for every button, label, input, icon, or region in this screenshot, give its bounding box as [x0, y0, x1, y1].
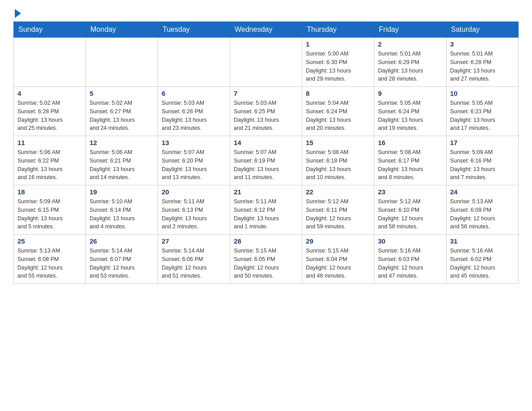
calendar-cell: 2Sunrise: 5:01 AM Sunset: 6:29 PM Daylig…: [374, 38, 446, 87]
day-info: Sunrise: 5:07 AM Sunset: 6:19 PM Dayligh…: [234, 148, 298, 182]
day-info: Sunrise: 5:13 AM Sunset: 6:08 PM Dayligh…: [17, 247, 82, 280]
day-number: 26: [90, 237, 154, 245]
weekday-header-thursday: Thursday: [302, 22, 374, 38]
day-number: 31: [450, 237, 515, 245]
day-number: 9: [378, 90, 442, 97]
day-number: 1: [306, 40, 370, 48]
day-info: Sunrise: 5:08 AM Sunset: 6:18 PM Dayligh…: [306, 148, 370, 182]
day-number: 25: [17, 237, 82, 245]
calendar-cell: [86, 38, 158, 87]
calendar-cell: 21Sunrise: 5:11 AM Sunset: 6:12 PM Dayli…: [230, 185, 302, 235]
day-info: Sunrise: 5:15 AM Sunset: 6:05 PM Dayligh…: [234, 247, 298, 280]
day-info: Sunrise: 5:16 AM Sunset: 6:03 PM Dayligh…: [378, 247, 442, 280]
weekday-header-saturday: Saturday: [446, 22, 519, 38]
week-row-2: 4Sunrise: 5:02 AM Sunset: 6:28 PM Daylig…: [14, 87, 519, 136]
day-number: 6: [162, 90, 226, 97]
calendar-cell: 30Sunrise: 5:16 AM Sunset: 6:03 PM Dayli…: [374, 235, 446, 284]
calendar-cell: 23Sunrise: 5:12 AM Sunset: 6:10 PM Dayli…: [374, 185, 446, 235]
day-number: 23: [378, 188, 442, 196]
calendar-cell: 19Sunrise: 5:10 AM Sunset: 6:14 PM Dayli…: [86, 185, 158, 235]
day-number: 7: [234, 90, 298, 97]
logo-arrow-icon: [15, 9, 21, 18]
weekday-header-tuesday: Tuesday: [158, 22, 230, 38]
calendar-cell: 28Sunrise: 5:15 AM Sunset: 6:05 PM Dayli…: [230, 235, 302, 284]
week-row-1: 1Sunrise: 5:00 AM Sunset: 6:30 PM Daylig…: [14, 38, 519, 87]
day-number: 5: [90, 90, 154, 97]
day-info: Sunrise: 5:16 AM Sunset: 6:02 PM Dayligh…: [450, 247, 515, 280]
calendar-cell: 7Sunrise: 5:03 AM Sunset: 6:25 PM Daylig…: [230, 87, 302, 136]
weekday-header-friday: Friday: [374, 22, 446, 38]
day-number: 30: [378, 237, 442, 245]
calendar-cell: 24Sunrise: 5:13 AM Sunset: 6:09 PM Dayli…: [446, 185, 519, 235]
day-info: Sunrise: 5:12 AM Sunset: 6:10 PM Dayligh…: [378, 197, 442, 231]
weekday-header-monday: Monday: [86, 22, 158, 38]
week-row-4: 18Sunrise: 5:09 AM Sunset: 6:15 PM Dayli…: [14, 185, 519, 235]
day-info: Sunrise: 5:03 AM Sunset: 6:26 PM Dayligh…: [162, 99, 226, 133]
day-number: 12: [90, 139, 154, 146]
calendar-cell: 12Sunrise: 5:06 AM Sunset: 6:21 PM Dayli…: [86, 136, 158, 185]
calendar-cell: 8Sunrise: 5:04 AM Sunset: 6:24 PM Daylig…: [302, 87, 374, 136]
day-info: Sunrise: 5:05 AM Sunset: 6:23 PM Dayligh…: [450, 99, 515, 133]
day-info: Sunrise: 5:13 AM Sunset: 6:09 PM Dayligh…: [450, 197, 515, 231]
day-info: Sunrise: 5:09 AM Sunset: 6:16 PM Dayligh…: [450, 148, 515, 182]
day-info: Sunrise: 5:06 AM Sunset: 6:21 PM Dayligh…: [90, 148, 154, 182]
day-number: 20: [162, 188, 226, 196]
day-info: Sunrise: 5:05 AM Sunset: 6:24 PM Dayligh…: [378, 99, 442, 133]
day-info: Sunrise: 5:11 AM Sunset: 6:13 PM Dayligh…: [162, 197, 226, 231]
day-info: Sunrise: 5:14 AM Sunset: 6:07 PM Dayligh…: [90, 247, 154, 280]
day-number: 24: [450, 188, 515, 196]
day-number: 29: [306, 237, 370, 245]
calendar-cell: 14Sunrise: 5:07 AM Sunset: 6:19 PM Dayli…: [230, 136, 302, 185]
calendar-cell: [158, 38, 230, 87]
day-number: 3: [450, 40, 515, 48]
day-number: 10: [450, 90, 515, 97]
calendar-cell: 9Sunrise: 5:05 AM Sunset: 6:24 PM Daylig…: [374, 87, 446, 136]
calendar-cell: 22Sunrise: 5:12 AM Sunset: 6:11 PM Dayli…: [302, 185, 374, 235]
day-info: Sunrise: 5:10 AM Sunset: 6:14 PM Dayligh…: [90, 197, 154, 231]
day-number: 19: [90, 188, 154, 196]
day-number: 16: [378, 139, 442, 146]
day-number: 13: [162, 139, 226, 146]
day-info: Sunrise: 5:11 AM Sunset: 6:12 PM Dayligh…: [234, 197, 298, 231]
calendar-table: SundayMondayTuesdayWednesdayThursdayFrid…: [13, 21, 519, 284]
calendar-cell: 26Sunrise: 5:14 AM Sunset: 6:07 PM Dayli…: [86, 235, 158, 284]
calendar-cell: 6Sunrise: 5:03 AM Sunset: 6:26 PM Daylig…: [158, 87, 230, 136]
calendar-cell: 20Sunrise: 5:11 AM Sunset: 6:13 PM Dayli…: [158, 185, 230, 235]
day-number: 27: [162, 237, 226, 245]
calendar-cell: [230, 38, 302, 87]
calendar-cell: 11Sunrise: 5:06 AM Sunset: 6:22 PM Dayli…: [14, 136, 86, 185]
calendar-cell: 31Sunrise: 5:16 AM Sunset: 6:02 PM Dayli…: [446, 235, 519, 284]
calendar-cell: 1Sunrise: 5:00 AM Sunset: 6:30 PM Daylig…: [302, 38, 374, 87]
day-info: Sunrise: 5:00 AM Sunset: 6:30 PM Dayligh…: [306, 50, 370, 83]
day-number: 15: [306, 139, 370, 146]
calendar-cell: 18Sunrise: 5:09 AM Sunset: 6:15 PM Dayli…: [14, 185, 86, 235]
day-number: 17: [450, 139, 515, 146]
calendar-cell: 17Sunrise: 5:09 AM Sunset: 6:16 PM Dayli…: [446, 136, 519, 185]
week-row-3: 11Sunrise: 5:06 AM Sunset: 6:22 PM Dayli…: [14, 136, 519, 185]
day-info: Sunrise: 5:03 AM Sunset: 6:25 PM Dayligh…: [234, 99, 298, 133]
day-number: 2: [378, 40, 442, 48]
day-info: Sunrise: 5:02 AM Sunset: 6:28 PM Dayligh…: [17, 99, 82, 133]
day-info: Sunrise: 5:02 AM Sunset: 6:27 PM Dayligh…: [90, 99, 154, 133]
calendar-cell: 3Sunrise: 5:01 AM Sunset: 6:28 PM Daylig…: [446, 38, 519, 87]
day-info: Sunrise: 5:12 AM Sunset: 6:11 PM Dayligh…: [306, 197, 370, 231]
calendar-cell: 10Sunrise: 5:05 AM Sunset: 6:23 PM Dayli…: [446, 87, 519, 136]
day-number: 11: [17, 139, 82, 146]
calendar-cell: 13Sunrise: 5:07 AM Sunset: 6:20 PM Dayli…: [158, 136, 230, 185]
weekday-header-sunday: Sunday: [14, 22, 86, 38]
calendar-cell: 15Sunrise: 5:08 AM Sunset: 6:18 PM Dayli…: [302, 136, 374, 185]
day-number: 14: [234, 139, 298, 146]
week-row-5: 25Sunrise: 5:13 AM Sunset: 6:08 PM Dayli…: [14, 235, 519, 284]
day-info: Sunrise: 5:09 AM Sunset: 6:15 PM Dayligh…: [17, 197, 82, 231]
calendar-cell: 5Sunrise: 5:02 AM Sunset: 6:27 PM Daylig…: [86, 87, 158, 136]
day-number: 18: [17, 188, 82, 196]
weekday-header-row: SundayMondayTuesdayWednesdayThursdayFrid…: [14, 22, 519, 38]
day-number: 8: [306, 90, 370, 97]
day-info: Sunrise: 5:14 AM Sunset: 6:06 PM Dayligh…: [162, 247, 226, 280]
logo: [13, 9, 21, 17]
weekday-header-wednesday: Wednesday: [230, 22, 302, 38]
calendar-cell: 25Sunrise: 5:13 AM Sunset: 6:08 PM Dayli…: [14, 235, 86, 284]
day-info: Sunrise: 5:06 AM Sunset: 6:22 PM Dayligh…: [17, 148, 82, 182]
day-info: Sunrise: 5:07 AM Sunset: 6:20 PM Dayligh…: [162, 148, 226, 182]
day-info: Sunrise: 5:01 AM Sunset: 6:29 PM Dayligh…: [378, 50, 442, 83]
